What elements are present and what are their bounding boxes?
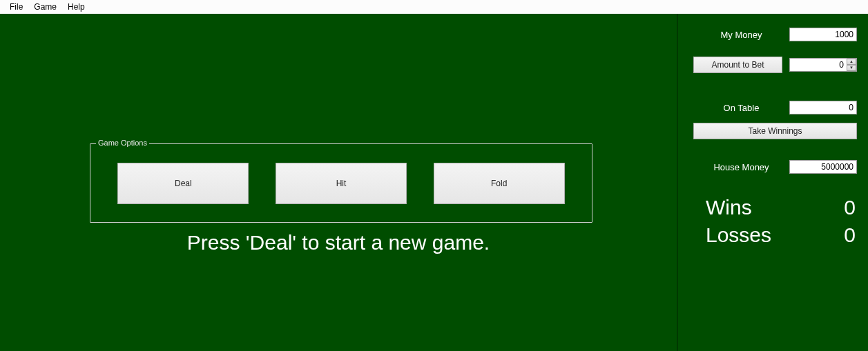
losses-row: Losses 0 [693,223,857,247]
my-money-label: My Money [693,30,789,40]
play-area: Game Options Deal Hit Fold Press 'Deal' … [0,14,678,351]
game-prompt: Press 'Deal' to start a new game. [0,231,677,254]
game-options-group: Game Options Deal Hit Fold [90,143,592,223]
game-options-legend: Game Options [96,139,149,147]
spinner-down-icon[interactable]: ▼ [847,65,856,71]
amount-to-bet-row: Amount to Bet ▲ ▼ [693,57,857,73]
house-money-row: House Money 5000000 [693,160,857,174]
menu-game[interactable]: Game [28,1,62,13]
menubar: File Game Help [0,0,868,14]
menu-help[interactable]: Help [62,1,90,13]
wins-label: Wins [706,196,752,219]
wins-value: 0 [821,196,856,219]
my-money-value: 1000 [789,28,857,41]
my-money-row: My Money 1000 [693,28,857,41]
menu-file[interactable]: File [4,1,28,13]
game-options-buttons: Deal Hit Fold [90,144,592,222]
losses-label: Losses [706,223,771,247]
house-money-value: 5000000 [789,160,857,174]
take-winnings-button[interactable]: Take Winnings [693,123,857,139]
score-block: Wins 0 Losses 0 [693,196,857,251]
on-table-value: 0 [789,101,857,114]
on-table-row: On Table 0 [693,101,857,114]
house-money-label: House Money [693,162,789,172]
sidebar: My Money 1000 Amount to Bet ▲ ▼ On Table… [678,14,868,351]
on-table-label: On Table [693,103,789,113]
fold-button[interactable]: Fold [434,163,565,204]
hit-button[interactable]: Hit [276,163,407,204]
deal-button[interactable]: Deal [117,163,249,204]
losses-value: 0 [821,223,856,247]
content-area: Game Options Deal Hit Fold Press 'Deal' … [0,14,868,351]
amount-to-bet-spinner[interactable]: ▲ ▼ [789,58,857,72]
wins-row: Wins 0 [693,196,857,219]
amount-to-bet-button[interactable]: Amount to Bet [693,57,782,73]
spinner-up-icon[interactable]: ▲ [847,59,856,65]
